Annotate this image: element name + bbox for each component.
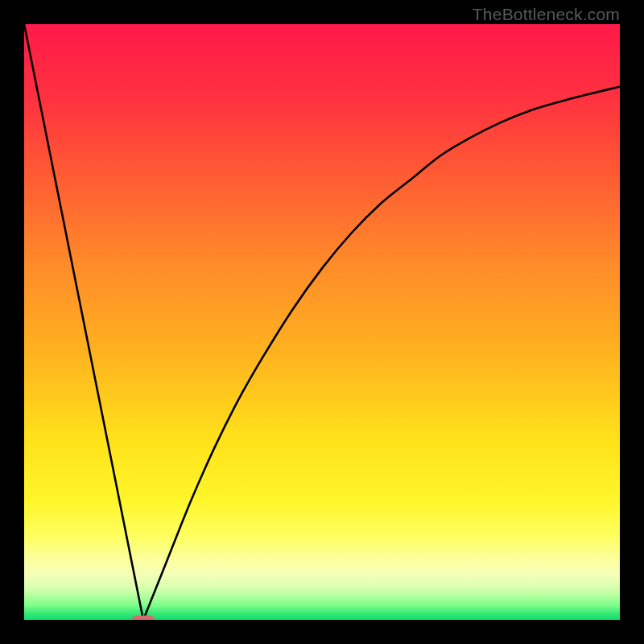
right-curve-path [143, 87, 620, 620]
bottleneck-marker [132, 616, 155, 621]
chart-lines [24, 24, 620, 620]
left-line-path [24, 24, 143, 620]
chart-frame: TheBottleneck.com [0, 0, 644, 644]
plot-area [24, 24, 620, 620]
watermark-text: TheBottleneck.com [473, 5, 620, 24]
